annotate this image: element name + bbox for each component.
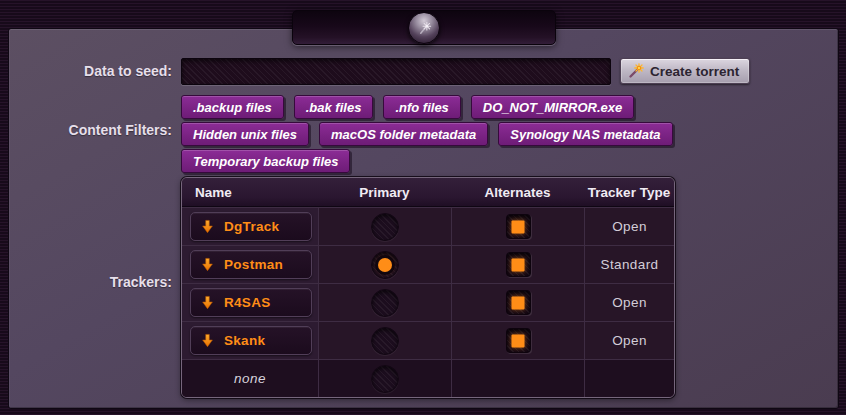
down-arrow-icon xyxy=(200,257,215,272)
chip-row: Temporary backup files xyxy=(181,149,681,173)
alternates-checkbox[interactable] xyxy=(506,328,531,353)
tracker-name-label: Postman xyxy=(224,257,283,272)
content-filters-label: Content Filters: xyxy=(0,122,172,138)
tracker-name-label: R4SAS xyxy=(224,295,271,310)
create-torrent-label: Create torrent xyxy=(650,64,739,79)
create-torrent-button[interactable]: Create torrent xyxy=(620,58,750,84)
trackers-table: Name Primary Alternates Tracker Type DgT… xyxy=(181,177,675,398)
filter-chip[interactable]: Hidden unix files xyxy=(181,122,309,146)
filter-chip[interactable]: .backup files xyxy=(181,95,284,119)
trackers-table-header: Name Primary Alternates Tracker Type xyxy=(182,178,674,207)
tracker-type-value: Standard xyxy=(601,257,659,272)
data-to-seed-input[interactable] xyxy=(181,58,611,85)
alternates-checkbox[interactable] xyxy=(506,214,531,239)
tracker-row-none: none xyxy=(182,359,674,397)
tracker-row: DgTrack Open xyxy=(182,207,674,245)
top-tab-bar xyxy=(292,10,556,45)
chip-row: Hidden unix files macOS folder metadata … xyxy=(181,122,681,146)
primary-radio[interactable] xyxy=(371,327,399,355)
filter-chip[interactable]: Temporary backup files xyxy=(181,149,350,173)
filter-chip[interactable]: .nfo files xyxy=(383,95,460,119)
content-filter-chips: .backup files .bak files .nfo files DO_N… xyxy=(181,95,681,173)
down-arrow-icon xyxy=(200,219,215,234)
column-header-alternates: Alternates xyxy=(451,185,584,200)
tracker-name-label: DgTrack xyxy=(224,219,279,234)
tracker-name-button[interactable]: Skank xyxy=(190,326,312,355)
tracker-type-value: Open xyxy=(612,333,647,348)
magic-wand-icon xyxy=(628,63,644,79)
column-header-tracker-type: Tracker Type xyxy=(584,185,674,200)
wand-sparkle-icon xyxy=(417,21,432,36)
filter-chip[interactable]: DO_NOT_MIRROR.exe xyxy=(471,95,634,119)
tracker-name-button[interactable]: Postman xyxy=(190,250,312,279)
filter-chip[interactable]: macOS folder metadata xyxy=(319,122,488,146)
tracker-type-value: Open xyxy=(612,295,647,310)
filter-chip[interactable]: .bak files xyxy=(294,95,374,119)
tracker-none-label: none xyxy=(234,371,266,386)
alternates-checkbox[interactable] xyxy=(506,252,531,277)
primary-radio[interactable] xyxy=(371,365,399,393)
tracker-row: R4SAS Open xyxy=(182,283,674,321)
tracker-row: Postman Standard xyxy=(182,245,674,283)
filter-chip[interactable]: Synology NAS metadata xyxy=(498,122,672,146)
chip-row: .backup files .bak files .nfo files DO_N… xyxy=(181,95,681,119)
tracker-name-label: Skank xyxy=(224,333,265,348)
down-arrow-icon xyxy=(200,295,215,310)
trackers-label: Trackers: xyxy=(0,274,172,290)
primary-radio[interactable] xyxy=(371,251,399,279)
tracker-name-button[interactable]: R4SAS xyxy=(190,288,312,317)
alternates-checkbox[interactable] xyxy=(506,290,531,315)
primary-radio[interactable] xyxy=(371,213,399,241)
down-arrow-icon xyxy=(200,333,215,348)
column-header-primary: Primary xyxy=(318,185,451,200)
tracker-row: Skank Open xyxy=(182,321,674,359)
primary-radio[interactable] xyxy=(371,289,399,317)
wand-knob-button[interactable] xyxy=(408,12,440,44)
data-to-seed-label: Data to seed: xyxy=(0,63,172,79)
tracker-type-value: Open xyxy=(612,219,647,234)
column-header-name: Name xyxy=(182,185,318,200)
tracker-name-button[interactable]: DgTrack xyxy=(190,212,312,241)
